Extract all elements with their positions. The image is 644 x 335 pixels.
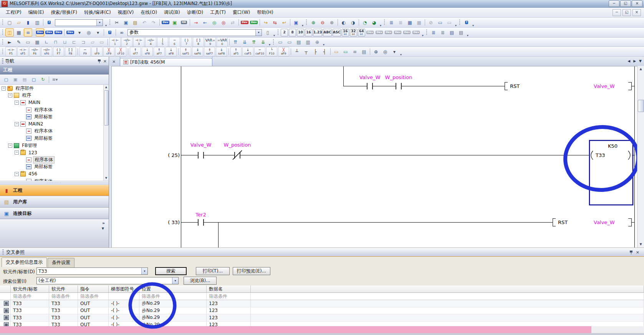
device-gray-5-icon[interactable]: Dev [403, 28, 411, 36]
edit-block-icon[interactable]: ▦ [406, 18, 414, 26]
device-label-display-icon[interactable]: Dev [45, 28, 53, 36]
falling-pulse-button[interactable]: ↓sF8 [142, 47, 153, 56]
align-bottom-icon[interactable]: ⊔ [61, 38, 69, 46]
nav-button-连接目标[interactable]: ▣连接目标 [0, 208, 109, 219]
tree-item-程序本体[interactable]: 程序本体 [0, 178, 109, 181]
align-left-icon[interactable]: ⊏ [70, 38, 78, 46]
rst-operand[interactable]: Valve_W [594, 219, 615, 225]
edit-block-2-icon[interactable]: ▦ [415, 18, 423, 26]
word-64bit-button[interactable]: 64bit [358, 29, 365, 36]
vertical-line-5-button[interactable]: │5 [157, 37, 168, 47]
function-select-combo[interactable]: ▾ [55, 19, 103, 26]
delete-row-icon[interactable]: ≣ [396, 18, 405, 26]
vertical-line-write-icon[interactable]: ┴ [293, 48, 301, 56]
pulse-rise-icon[interactable]: ⇈ [231, 38, 240, 46]
scroll-up-icon[interactable]: ▲ [104, 85, 109, 90]
tree-scroll-thumb[interactable] [104, 90, 109, 125]
editor-vertical-scrollbar[interactable]: ▲ ▼ [637, 66, 644, 248]
window-selector-combo[interactable]: 参数▾ [127, 29, 262, 36]
filter-cell[interactable]: 筛选条件 [139, 293, 207, 300]
coil-button[interactable]: ( )F7 [53, 47, 64, 56]
horizontal-line-button[interactable]: ─F9 [79, 47, 91, 56]
device-batch-display-icon[interactable]: Dev [54, 28, 63, 36]
tree-expand-icon[interactable]: − [15, 150, 19, 155]
contact-label[interactable]: Valve_W [359, 74, 381, 80]
closed-branch-4-button[interactable]: ⊣/⊢4 [145, 37, 156, 47]
declaration-icon[interactable]: ▥ [304, 38, 312, 46]
draw-line-button[interactable]: └F10 [266, 47, 277, 56]
work-window-icon[interactable]: ≡ [24, 28, 32, 36]
start-monitor-icon[interactable]: ⊕ [309, 18, 318, 26]
menu-item[interactable]: 调试(B) [161, 8, 184, 17]
help-icon[interactable]: ? [45, 18, 53, 26]
more-buttons-dropdown[interactable]: ▼ [102, 227, 104, 230]
selected-result-row[interactable] [0, 326, 591, 333]
rst-operand[interactable]: Valve_W [594, 83, 615, 89]
timer-preset[interactable]: K50 [608, 143, 618, 149]
toolbar-grip[interactable] [2, 49, 4, 55]
toolbar-grip[interactable] [426, 30, 428, 36]
rising-pulse-button[interactable]: ↑sF7 [130, 47, 141, 56]
function-select-combo-dropdown[interactable]: ▾ [96, 20, 103, 26]
grid-select-icon[interactable]: ▦ [33, 38, 41, 46]
menu-item[interactable]: 工程(P) [2, 8, 25, 17]
contact-label[interactable]: Valve_W [190, 142, 212, 148]
device-gray-6-icon[interactable]: Dev [412, 28, 421, 36]
filter-cell[interactable]: 筛选条件 [78, 293, 109, 300]
result-falling-2-button[interactable]: ⇓saF8 [216, 47, 227, 56]
statement-icon[interactable]: ▭ [276, 38, 285, 46]
application-instruction-button[interactable]: [ ]F8 [65, 47, 76, 56]
tab-scroll-left-icon[interactable]: ◀ [627, 59, 630, 63]
device-combo-dropdown[interactable]: ▾ [141, 268, 147, 274]
menu-item[interactable]: 在线(O) [137, 8, 161, 17]
property-icon[interactable]: ▢ [30, 76, 38, 84]
word-16bit-button[interactable]: 16bit [342, 29, 349, 36]
select-mode-icon[interactable]: ► [5, 38, 14, 46]
rst-instruction[interactable]: RST [510, 83, 520, 89]
closed-contact-button[interactable]: ⊣/⊢F6 [29, 47, 40, 56]
nav-button-用户库[interactable]: ▤用户库 [0, 196, 109, 208]
scroll-down-icon[interactable]: ▼ [637, 241, 644, 248]
zoom-level-icon[interactable]: ◎ [381, 48, 389, 56]
tree-expand-icon[interactable]: − [2, 86, 6, 91]
parallel-rising-pulse-button[interactable]: ↑aF7 [154, 47, 165, 56]
statement-edit-icon[interactable]: ▭ [332, 48, 341, 56]
toolbar-overflow-button[interactable]: ▾ [273, 34, 275, 37]
pin-icon[interactable] [629, 250, 633, 254]
column-header[interactable]: 软元件 [49, 285, 78, 292]
scroll-down-icon[interactable]: ▼ [104, 176, 109, 181]
pulse-fall-2-icon[interactable]: ⇊ [259, 38, 267, 46]
outline-show-all-icon[interactable]: ▤ [448, 28, 456, 36]
tree-item-程序本体[interactable]: 程序本体 [0, 128, 109, 135]
remote-operation-icon[interactable]: ⇄ [228, 18, 237, 26]
tree-expand-icon[interactable]: − [8, 144, 12, 148]
pulse-fall-icon[interactable]: ⇊ [240, 38, 249, 46]
column-header[interactable]: 梯形图符号 [109, 285, 139, 292]
table-row[interactable]: T33T33OUT-( )-步No.29123 [0, 307, 644, 315]
table-row[interactable]: T33T33OUT-( )-步No.29123 [0, 314, 644, 322]
help-2-icon[interactable]: ? [106, 28, 114, 36]
tree-item-局部标签[interactable]: 局部标签 [0, 163, 109, 171]
column-header[interactable]: 数据名 [207, 285, 251, 292]
forced-io-icon[interactable]: ◑ [349, 18, 357, 26]
tab-bar-close-icon[interactable]: × [112, 59, 116, 64]
rst-instruction[interactable]: RST [558, 219, 568, 225]
verify-result-icon[interactable]: ◎ [219, 18, 228, 26]
assign-var-0-button[interactable]: =VAR0 [217, 37, 228, 47]
toolbar-grip[interactable] [273, 39, 275, 45]
column-header[interactable]: 位置 [139, 285, 207, 292]
result-rising-2-button[interactable]: ⇑saF7 [204, 47, 215, 56]
child-close-button[interactable]: × [632, 9, 641, 16]
line-branch-icon[interactable]: ├ [311, 48, 320, 56]
menu-item[interactable]: 帮助(H) [253, 8, 276, 17]
var-assign-9-button[interactable]: VAR=9 [205, 37, 216, 47]
menu-item[interactable]: 诊断(D) [184, 8, 207, 17]
tree-item-程序本体[interactable]: 程序本体 [0, 156, 109, 163]
line-join-icon[interactable]: ┤ [320, 48, 329, 56]
tree-item-程序[interactable]: −程序 [0, 92, 109, 99]
tree-item-局部标签[interactable]: 局部标签 [0, 135, 109, 142]
toolbar-grip[interactable] [277, 30, 279, 36]
edit-gray-1-icon[interactable]: ▱ [88, 38, 97, 46]
wrap-icon[interactable]: ⊕ [313, 38, 321, 46]
delete-vertical-button[interactable]: ╳cF10 [115, 47, 126, 56]
